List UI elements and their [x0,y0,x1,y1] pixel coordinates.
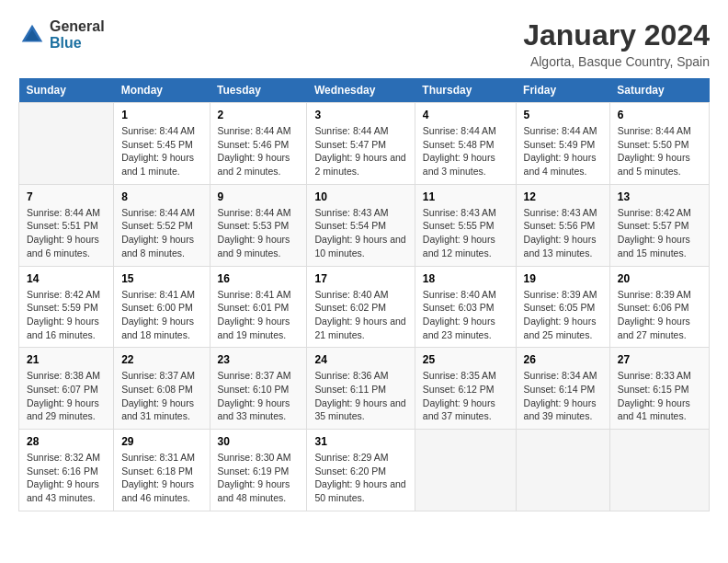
day-info: Sunrise: 8:40 AMSunset: 6:02 PMDaylight:… [314,288,406,342]
title-block: January 2024 Algorta, Basque Country, Sp… [523,18,710,69]
calendar-cell: 12 Sunrise: 8:43 AMSunset: 5:56 PMDaylig… [516,184,609,266]
day-info: Sunrise: 8:35 AMSunset: 6:12 PMDaylight:… [423,369,508,423]
calendar-cell: 25 Sunrise: 8:35 AMSunset: 6:12 PMDaylig… [415,348,516,430]
col-wednesday: Wednesday [307,78,415,103]
col-sunday: Sunday [19,78,114,103]
day-number: 10 [314,190,406,203]
calendar-cell: 27 Sunrise: 8:33 AMSunset: 6:15 PMDaylig… [609,348,709,430]
day-number: 25 [423,353,508,366]
day-number: 4 [423,109,508,121]
day-info: Sunrise: 8:44 AMSunset: 5:51 PMDaylight:… [27,206,106,260]
calendar-cell: 2 Sunrise: 8:44 AMSunset: 5:46 PMDayligh… [210,103,307,185]
day-info: Sunrise: 8:40 AMSunset: 6:03 PMDaylight:… [423,288,508,342]
day-info: Sunrise: 8:43 AMSunset: 5:55 PMDaylight:… [423,206,508,260]
calendar-cell: 18 Sunrise: 8:40 AMSunset: 6:03 PMDaylig… [415,266,516,348]
logo-icon [18,21,46,49]
calendar-week-5: 28 Sunrise: 8:32 AMSunset: 6:16 PMDaylig… [19,430,710,511]
day-info: Sunrise: 8:44 AMSunset: 5:49 PMDaylight:… [524,124,602,178]
calendar-cell: 11 Sunrise: 8:43 AMSunset: 5:55 PMDaylig… [415,184,516,266]
day-number: 6 [618,109,701,121]
day-info: Sunrise: 8:37 AMSunset: 6:10 PMDaylight:… [218,369,300,423]
calendar-cell: 1 Sunrise: 8:44 AMSunset: 5:45 PMDayligh… [114,103,210,185]
main-title: January 2024 [523,18,710,52]
day-info: Sunrise: 8:44 AMSunset: 5:52 PMDaylight:… [121,206,201,260]
calendar-cell [415,430,516,511]
col-monday: Monday [114,78,210,103]
day-number: 15 [121,272,201,285]
col-friday: Friday [516,78,609,103]
day-number: 18 [423,272,508,285]
logo-blue-text: Blue [50,35,105,52]
day-number: 28 [27,435,106,448]
day-info: Sunrise: 8:31 AMSunset: 6:18 PMDaylight:… [121,451,201,505]
logo: General Blue [18,18,105,51]
day-number: 2 [218,109,300,121]
calendar-week-3: 14 Sunrise: 8:42 AMSunset: 5:59 PMDaylig… [19,266,710,348]
calendar-week-1: 1 Sunrise: 8:44 AMSunset: 5:45 PMDayligh… [19,103,710,185]
day-number: 12 [524,190,602,203]
day-info: Sunrise: 8:32 AMSunset: 6:16 PMDaylight:… [27,451,106,505]
day-number: 22 [121,353,201,366]
logo-general-text: General [50,18,105,35]
calendar-cell: 16 Sunrise: 8:41 AMSunset: 6:01 PMDaylig… [210,266,307,348]
calendar-week-2: 7 Sunrise: 8:44 AMSunset: 5:51 PMDayligh… [19,184,710,266]
day-info: Sunrise: 8:39 AMSunset: 6:06 PMDaylight:… [618,288,701,342]
day-number: 27 [618,353,701,366]
calendar-cell: 6 Sunrise: 8:44 AMSunset: 5:50 PMDayligh… [609,103,709,185]
day-number: 21 [27,353,106,366]
header-row: Sunday Monday Tuesday Wednesday Thursday… [19,78,710,103]
day-number: 9 [218,190,300,203]
calendar-cell: 15 Sunrise: 8:41 AMSunset: 6:00 PMDaylig… [114,266,210,348]
day-info: Sunrise: 8:36 AMSunset: 6:11 PMDaylight:… [314,369,406,423]
calendar-cell: 17 Sunrise: 8:40 AMSunset: 6:02 PMDaylig… [307,266,415,348]
calendar-cell: 24 Sunrise: 8:36 AMSunset: 6:11 PMDaylig… [307,348,415,430]
day-info: Sunrise: 8:43 AMSunset: 5:56 PMDaylight:… [524,206,602,260]
day-number: 29 [121,435,201,448]
day-info: Sunrise: 8:42 AMSunset: 5:57 PMDaylight:… [618,206,701,260]
calendar-cell: 28 Sunrise: 8:32 AMSunset: 6:16 PMDaylig… [19,430,114,511]
calendar-cell: 22 Sunrise: 8:37 AMSunset: 6:08 PMDaylig… [114,348,210,430]
day-info: Sunrise: 8:44 AMSunset: 5:46 PMDaylight:… [218,124,300,178]
day-info: Sunrise: 8:39 AMSunset: 6:05 PMDaylight:… [524,288,602,342]
day-number: 30 [218,435,300,448]
day-info: Sunrise: 8:44 AMSunset: 5:53 PMDaylight:… [218,206,300,260]
day-number: 23 [218,353,300,366]
calendar-cell: 8 Sunrise: 8:44 AMSunset: 5:52 PMDayligh… [114,184,210,266]
day-info: Sunrise: 8:29 AMSunset: 6:20 PMDaylight:… [314,451,406,505]
calendar-cell: 20 Sunrise: 8:39 AMSunset: 6:06 PMDaylig… [609,266,709,348]
calendar-cell: 30 Sunrise: 8:30 AMSunset: 6:19 PMDaylig… [210,430,307,511]
calendar-cell: 23 Sunrise: 8:37 AMSunset: 6:10 PMDaylig… [210,348,307,430]
day-info: Sunrise: 8:34 AMSunset: 6:14 PMDaylight:… [524,369,602,423]
day-info: Sunrise: 8:33 AMSunset: 6:15 PMDaylight:… [618,369,701,423]
calendar-cell: 7 Sunrise: 8:44 AMSunset: 5:51 PMDayligh… [19,184,114,266]
day-info: Sunrise: 8:44 AMSunset: 5:48 PMDaylight:… [423,124,508,178]
calendar-table: Sunday Monday Tuesday Wednesday Thursday… [18,78,710,511]
day-number: 24 [314,353,406,366]
day-info: Sunrise: 8:37 AMSunset: 6:08 PMDaylight:… [121,369,201,423]
day-number: 26 [524,353,602,366]
day-info: Sunrise: 8:44 AMSunset: 5:50 PMDaylight:… [618,124,701,178]
day-number: 3 [314,109,406,121]
day-number: 17 [314,272,406,285]
day-info: Sunrise: 8:44 AMSunset: 5:47 PMDaylight:… [314,124,406,178]
day-number: 7 [27,190,106,203]
calendar-cell [609,430,709,511]
calendar-cell: 9 Sunrise: 8:44 AMSunset: 5:53 PMDayligh… [210,184,307,266]
calendar-cell: 19 Sunrise: 8:39 AMSunset: 6:05 PMDaylig… [516,266,609,348]
calendar-cell: 10 Sunrise: 8:43 AMSunset: 5:54 PMDaylig… [307,184,415,266]
day-number: 1 [121,109,201,121]
day-info: Sunrise: 8:38 AMSunset: 6:07 PMDaylight:… [27,369,106,423]
calendar-cell: 13 Sunrise: 8:42 AMSunset: 5:57 PMDaylig… [609,184,709,266]
day-number: 16 [218,272,300,285]
col-tuesday: Tuesday [210,78,307,103]
page-header: General Blue January 2024 Algorta, Basqu… [18,18,710,69]
day-info: Sunrise: 8:43 AMSunset: 5:54 PMDaylight:… [314,206,406,260]
col-saturday: Saturday [609,78,709,103]
calendar-cell: 26 Sunrise: 8:34 AMSunset: 6:14 PMDaylig… [516,348,609,430]
day-number: 20 [618,272,701,285]
calendar-cell [19,103,114,185]
day-number: 8 [121,190,201,203]
calendar-cell: 31 Sunrise: 8:29 AMSunset: 6:20 PMDaylig… [307,430,415,511]
day-info: Sunrise: 8:44 AMSunset: 5:45 PMDaylight:… [121,124,201,178]
calendar-cell [516,430,609,511]
